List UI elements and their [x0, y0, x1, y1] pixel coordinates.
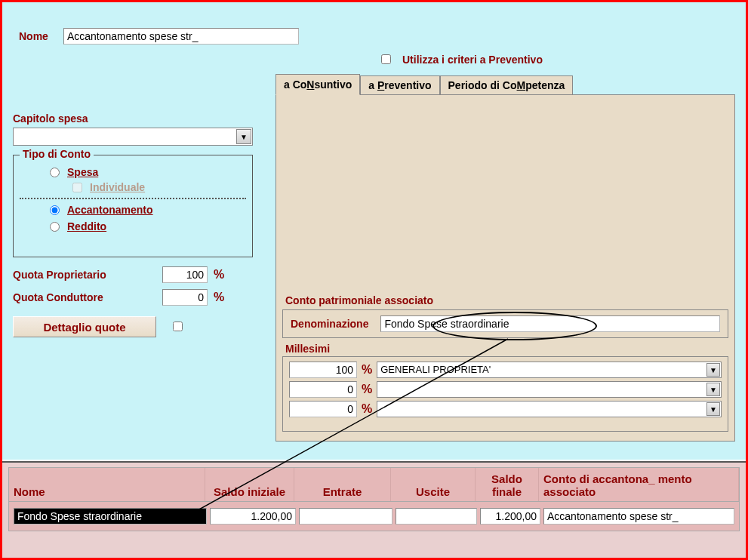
- capitolo-label: Capitolo spesa: [13, 112, 253, 125]
- reddito-label: Reddito: [67, 220, 106, 232]
- quota-proprietario-input[interactable]: [162, 266, 208, 283]
- denominazione-input[interactable]: [380, 315, 720, 332]
- row-nome-input[interactable]: [14, 508, 207, 525]
- conto-patrimoniale-label: Conto patrimoniale associato: [285, 294, 433, 306]
- millesimi-pct-input[interactable]: [289, 381, 357, 398]
- millesimi-select-value: GENERALI PROPRIETA': [380, 364, 491, 375]
- th-uscite: Uscite: [391, 468, 476, 501]
- tab-competenza[interactable]: Periodo di CoMpetenza: [440, 75, 574, 94]
- dettaglio-quote-button[interactable]: Dettaglio quote: [13, 316, 156, 337]
- millesimi-row: % GENERALI PROPRIETA' ▼: [289, 362, 722, 378]
- row-uscite-input[interactable]: [396, 508, 477, 525]
- nome-label: Nome: [19, 30, 48, 42]
- nome-input[interactable]: [63, 28, 299, 45]
- accantonamento-radio[interactable]: [50, 205, 60, 215]
- chevron-down-icon[interactable]: ▼: [236, 129, 251, 144]
- tab-container: a CoNsuntivo a Preventivo Periodo di CoM…: [275, 75, 735, 429]
- quota-proprietario-label: Quota Proprietario: [13, 269, 156, 281]
- millesimi-pct-input[interactable]: [289, 362, 357, 378]
- row-saldo-finale-input[interactable]: [480, 508, 540, 525]
- criteri-checkbox[interactable]: [381, 54, 391, 64]
- individuale-checkbox: [72, 183, 82, 192]
- row-saldo-iniziale-input[interactable]: [210, 508, 296, 525]
- quota-conduttore-label: Quota Conduttore: [13, 291, 156, 303]
- bottom-table-area: Nome Saldo iniziale Entrate Uscite Saldo…: [2, 461, 746, 558]
- reddito-radio[interactable]: [50, 222, 60, 232]
- tab-preventivo[interactable]: a Preventivo: [360, 75, 439, 94]
- th-saldo-finale: Saldo finale: [476, 468, 539, 501]
- denominazione-label: Denominazione: [291, 318, 368, 330]
- separator: [20, 198, 246, 199]
- quota-conduttore-input[interactable]: [162, 289, 208, 306]
- percent-sign: %: [214, 268, 224, 282]
- millesimi-row: % ▼: [289, 401, 722, 417]
- th-entrate: Entrate: [294, 468, 391, 501]
- table: Nome Saldo iniziale Entrate Uscite Saldo…: [8, 467, 740, 531]
- millesimi-select[interactable]: ▼: [377, 381, 722, 398]
- th-conto-assoc: Conto di accantona_ mento associato: [539, 468, 739, 501]
- th-nome: Nome: [9, 468, 205, 501]
- chevron-down-icon[interactable]: ▼: [706, 363, 720, 377]
- millesimi-select[interactable]: GENERALI PROPRIETA' ▼: [377, 362, 722, 378]
- percent-sign: %: [362, 363, 372, 377]
- window: Nome Utilizza i criteri a Preventivo Cap…: [0, 0, 748, 560]
- millesimi-box: % GENERALI PROPRIETA' ▼ % ▼: [282, 356, 728, 432]
- dettaglio-checkbox[interactable]: [173, 322, 183, 331]
- upper-form-panel: Nome Utilizza i criteri a Preventivo Cap…: [2, 2, 746, 460]
- chevron-down-icon[interactable]: ▼: [706, 402, 720, 416]
- tipo-conto-fieldset: Tipo di Conto Spesa Individuale Accanton…: [13, 155, 253, 257]
- capitolo-select[interactable]: ▼: [13, 128, 253, 146]
- table-row: [9, 502, 739, 531]
- th-saldo-iniziale: Saldo iniziale: [205, 468, 294, 501]
- spesa-label: Spesa: [67, 166, 98, 178]
- row-conto-assoc-input[interactable]: [543, 508, 734, 525]
- percent-sign: %: [214, 291, 224, 304]
- tab-consuntivo[interactable]: a CoNsuntivo: [275, 74, 360, 95]
- individuale-label: Individuale: [90, 181, 145, 193]
- accantonamento-label: Accantonamento: [67, 204, 153, 216]
- millesimi-select[interactable]: ▼: [377, 401, 722, 417]
- chevron-down-icon[interactable]: ▼: [706, 383, 720, 396]
- spesa-radio[interactable]: [50, 168, 60, 177]
- millesimi-label: Millesimi: [285, 343, 330, 355]
- tab-body: Conto patrimoniale associato Denominazio…: [275, 94, 735, 442]
- millesimi-row: % ▼: [289, 381, 722, 398]
- millesimi-pct-input[interactable]: [289, 401, 357, 417]
- percent-sign: %: [362, 402, 372, 416]
- tab-bar: a CoNsuntivo a Preventivo Periodo di CoM…: [275, 75, 735, 94]
- tipo-conto-legend: Tipo di Conto: [20, 148, 94, 160]
- percent-sign: %: [362, 383, 372, 396]
- conto-patrimoniale-box: Denominazione: [282, 309, 728, 338]
- criteri-label: Utilizza i criteri a Preventivo: [402, 54, 543, 66]
- row-entrate-input[interactable]: [299, 508, 392, 525]
- table-header: Nome Saldo iniziale Entrate Uscite Saldo…: [9, 468, 739, 502]
